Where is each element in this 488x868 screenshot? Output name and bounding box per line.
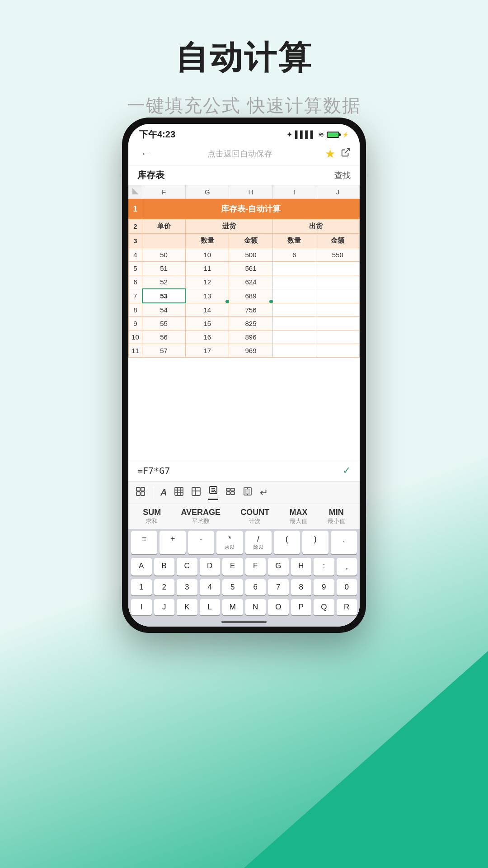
cell-g9[interactable]: 15 [186, 317, 229, 330]
cell-f11[interactable]: 57 [142, 344, 186, 358]
key-J[interactable]: J [154, 599, 175, 615]
key-comma[interactable]: ， [337, 558, 357, 576]
cell-g8[interactable]: 14 [186, 303, 229, 317]
cell-h9[interactable]: 825 [229, 317, 272, 330]
key-P[interactable]: P [291, 599, 312, 615]
cell-j7[interactable] [316, 289, 359, 303]
cell-h8[interactable]: 756 [229, 303, 272, 317]
key-L[interactable]: L [200, 599, 221, 615]
cell-j5[interactable] [316, 262, 359, 275]
cell-j4[interactable]: 550 [316, 248, 359, 262]
key-F[interactable]: F [245, 558, 266, 576]
cell-i4[interactable]: 6 [272, 248, 316, 262]
key-B[interactable]: B [154, 558, 175, 576]
cell-f7[interactable]: 53 [142, 289, 186, 303]
find-button[interactable]: 查找 [334, 170, 351, 181]
table-icon[interactable] [174, 486, 184, 499]
cell-i11[interactable] [272, 344, 316, 358]
key-D[interactable]: D [200, 558, 221, 576]
cell-i8[interactable] [272, 303, 316, 317]
cell-f9[interactable]: 55 [142, 317, 186, 330]
key-3[interactable]: 3 [177, 579, 197, 595]
max-button[interactable]: MAX 最大值 [290, 508, 308, 525]
key-colon[interactable]: : [314, 558, 334, 576]
key-close-paren[interactable]: ) [302, 531, 328, 554]
cell-h10[interactable]: 896 [229, 330, 272, 344]
enter-icon[interactable]: ↵ [260, 487, 268, 499]
cell-g4[interactable]: 10 [186, 248, 229, 262]
cell-h6[interactable]: 624 [229, 275, 272, 289]
key-C[interactable]: C [177, 558, 197, 576]
key-multiply[interactable]: *乘以 [216, 531, 243, 554]
cell-format-icon[interactable] [191, 486, 201, 499]
text-format-icon[interactable]: A [160, 487, 167, 498]
sum-button[interactable]: SUM 求和 [143, 508, 161, 525]
cell-h3[interactable]: 金额 [229, 234, 272, 248]
cell-h4[interactable]: 500 [229, 248, 272, 262]
cell-g3[interactable]: 数量 [186, 234, 229, 248]
back-button[interactable]: ← [137, 146, 155, 161]
cell-f4[interactable]: 50 [142, 248, 186, 262]
star-icon[interactable]: ★ [325, 147, 335, 161]
cell-g10[interactable]: 16 [186, 330, 229, 344]
cell-h11[interactable]: 969 [229, 344, 272, 358]
cell-i3[interactable]: 数量 [272, 234, 316, 248]
cell-f2[interactable]: 单价 [142, 219, 186, 234]
cell-i10[interactable] [272, 330, 316, 344]
key-I[interactable]: I [131, 599, 152, 615]
key-E[interactable]: E [222, 558, 243, 576]
confirm-icon[interactable]: ✓ [343, 465, 351, 476]
cell-i5[interactable] [272, 262, 316, 275]
cell-h5[interactable]: 561 [229, 262, 272, 275]
formula-text[interactable]: =F7*G7 [137, 465, 170, 476]
key-O[interactable]: O [268, 599, 289, 615]
cell-g2[interactable]: 进货 [186, 219, 272, 234]
cell-i2[interactable]: 出货 [272, 219, 359, 234]
key-6[interactable]: 6 [245, 579, 266, 595]
key-9[interactable]: 9 [314, 579, 334, 595]
cell-g11[interactable]: 17 [186, 344, 229, 358]
cell-g7[interactable]: 13 [186, 289, 229, 303]
key-K[interactable]: K [177, 599, 197, 615]
cell-g5[interactable]: 11 [186, 262, 229, 275]
key-1[interactable]: 1 [131, 579, 152, 595]
grid-icon[interactable] [136, 486, 145, 499]
average-button[interactable]: AVERAGE 平均数 [181, 508, 221, 525]
cell-f6[interactable]: 52 [142, 275, 186, 289]
cell-h7[interactable]: 689 [229, 289, 272, 303]
key-minus[interactable]: - [188, 531, 214, 554]
cell-j11[interactable] [316, 344, 359, 358]
cell-i9[interactable] [272, 317, 316, 330]
key-5[interactable]: 5 [222, 579, 243, 595]
cell-j8[interactable] [316, 303, 359, 317]
count-button[interactable]: COUNT 计次 [240, 508, 269, 525]
export-icon[interactable] [341, 147, 351, 160]
key-Q[interactable]: Q [314, 599, 334, 615]
cell-f3[interactable] [142, 234, 186, 248]
cell-i7[interactable] [272, 289, 316, 303]
cell-j6[interactable] [316, 275, 359, 289]
key-M[interactable]: M [222, 599, 243, 615]
border-icon[interactable] [243, 486, 253, 499]
key-R[interactable]: R [337, 599, 357, 615]
key-H[interactable]: H [291, 558, 312, 576]
cell-i6[interactable] [272, 275, 316, 289]
key-N[interactable]: N [245, 599, 266, 615]
key-2[interactable]: 2 [154, 579, 175, 595]
cell-g6[interactable]: 12 [186, 275, 229, 289]
cell-f10[interactable]: 56 [142, 330, 186, 344]
key-0[interactable]: 0 [337, 579, 357, 595]
cell-f8[interactable]: 54 [142, 303, 186, 317]
key-plus[interactable]: + [160, 531, 186, 554]
key-7[interactable]: 7 [268, 579, 289, 595]
cell-f5[interactable]: 51 [142, 262, 186, 275]
key-divide[interactable]: /除以 [245, 531, 272, 554]
key-G[interactable]: G [268, 558, 289, 576]
key-equals[interactable]: = [131, 531, 157, 554]
key-8[interactable]: 8 [291, 579, 312, 595]
min-button[interactable]: MIN 最小值 [328, 508, 345, 525]
merge-icon[interactable] [225, 486, 235, 499]
key-4[interactable]: 4 [200, 579, 221, 595]
key-A[interactable]: A [131, 558, 152, 576]
cell-j9[interactable] [316, 317, 359, 330]
